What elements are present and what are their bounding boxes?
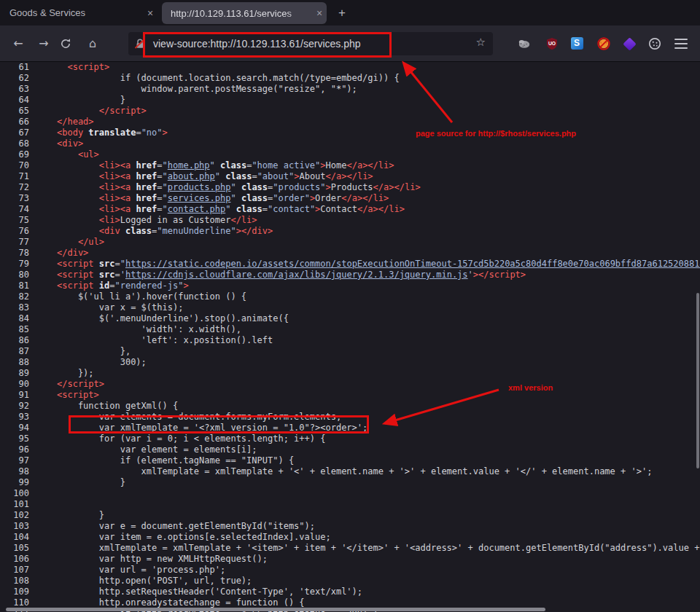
code-line: 86 'left': x.position().left: [0, 335, 700, 346]
tab-title: http://10.129.113.61/services: [171, 8, 312, 19]
forward-icon[interactable]: →: [36, 35, 52, 52]
code-line: 71 <li><a href="about.php" class="about"…: [0, 171, 700, 182]
line-number: 93: [0, 412, 29, 423]
line-number: 76: [0, 226, 29, 237]
source-code: 61 <script>62 if (document.location.sear…: [0, 62, 700, 612]
tab-title: Goods & Services: [9, 7, 143, 18]
line-number: 107: [0, 565, 29, 576]
line-number: 104: [0, 532, 29, 543]
menu-hamburger-icon[interactable]: [674, 39, 688, 49]
line-number: 95: [0, 434, 29, 444]
code-line: 80<script src='https://cdnjs.cloudflare.…: [0, 270, 700, 280]
back-icon[interactable]: ←: [10, 35, 26, 52]
horizontal-scrollbar-thumb[interactable]: [6, 608, 545, 611]
code-line: 100: [0, 488, 700, 499]
line-number: 106: [0, 554, 29, 565]
code-line: 74 <li><a href="contact.php" class="cont…: [0, 204, 700, 215]
line-number: 85: [0, 324, 29, 335]
cookie-extension-icon[interactable]: [648, 37, 661, 50]
source-link[interactable]: home.php: [168, 160, 210, 170]
code-line: 85 'width': x.width(),: [0, 324, 700, 335]
line-number: 89: [0, 368, 29, 379]
code-line: 103 var e = document.getElementById("ite…: [0, 521, 700, 532]
code-line: 87 },: [0, 346, 700, 357]
code-line: 91<script>: [0, 390, 700, 401]
line-number: 70: [0, 160, 29, 171]
vertical-scrollbar-thumb[interactable]: [696, 293, 699, 468]
home-icon[interactable]: ⌂: [85, 35, 101, 52]
code-line: 107 var url = 'process.php';: [0, 565, 700, 576]
line-number: 88: [0, 357, 29, 368]
line-number: 84: [0, 313, 29, 324]
code-line: 68<div>: [0, 138, 700, 149]
tab-close-icon[interactable]: ×: [312, 7, 327, 19]
line-number: 62: [0, 73, 29, 84]
code-line: 82 $('ul li a').hover(function () {: [0, 291, 700, 302]
line-number: 102: [0, 510, 29, 521]
url-text[interactable]: view-source:http://10.129.113.61/service…: [153, 38, 361, 50]
tab-services-php[interactable]: http://10.129.113.61/services ×: [162, 2, 327, 24]
line-number: 74: [0, 204, 29, 215]
code-line: 93 var elements = document.forms.myForm.…: [0, 412, 700, 423]
line-number: 94: [0, 423, 29, 434]
code-line: 109 http.setRequestHeader('Content-Type'…: [0, 586, 700, 597]
code-line: 90</script>: [0, 379, 700, 390]
line-number: 103: [0, 521, 29, 532]
source-link[interactable]: https://static.codepen.io/assets/common/…: [125, 259, 700, 269]
line-number: 80: [0, 270, 29, 280]
code-line: 101: [0, 499, 700, 510]
line-number: 67: [0, 128, 29, 138]
new-tab-button[interactable]: +: [332, 4, 351, 23]
reload-icon[interactable]: [58, 35, 74, 52]
code-line: 92 function getXml() {: [0, 401, 700, 412]
tab-close-icon[interactable]: ×: [143, 7, 158, 19]
line-number: 105: [0, 543, 29, 554]
line-number: 108: [0, 576, 29, 586]
ublock-origin-icon[interactable]: UO: [545, 37, 559, 50]
code-line: 108 http.open('POST', url, true);: [0, 576, 700, 586]
source-link[interactable]: products.php: [168, 182, 231, 192]
code-line: 105 xmlTemplate = xmlTemplate + '<item>'…: [0, 543, 700, 554]
code-line: 97 if (element.tagName == "INPUT") {: [0, 455, 700, 466]
code-line: 110 http.onreadystatechange = function (…: [0, 597, 700, 608]
source-link[interactable]: about.php: [168, 171, 215, 181]
code-line: 76 <div class="menuUnderline"></div>: [0, 226, 700, 237]
line-number: 77: [0, 237, 29, 248]
line-number: 64: [0, 95, 29, 106]
code-line: 106 var http = new XMLHttpRequest();: [0, 554, 700, 565]
code-line: 70 <li><a href="home.php" class="home ac…: [0, 160, 700, 171]
code-line: 102 }: [0, 510, 700, 521]
line-number: 90: [0, 379, 29, 390]
shodan-extension-icon[interactable]: S: [570, 37, 583, 50]
navigation-toolbar: ← → ⌂ view-source:http://10.129.113.61/s…: [0, 26, 700, 62]
source-link[interactable]: services.php: [168, 193, 231, 203]
bookmark-star-icon[interactable]: ☆: [476, 36, 486, 49]
code-line: 64 }: [0, 95, 700, 106]
source-link[interactable]: https://cdnjs.cloudflare.com/ajax/libs/j…: [125, 270, 468, 280]
line-number: 83: [0, 302, 29, 313]
line-number: 97: [0, 455, 29, 466]
code-line: 98 xmlTemplate = xmlTemplate + '<' + ele…: [0, 466, 700, 477]
code-line: 99 }: [0, 477, 700, 488]
wappalyzer-extension-icon[interactable]: [623, 37, 636, 50]
code-line: 78</div>: [0, 248, 700, 259]
line-number: 110: [0, 597, 29, 608]
disabled-fox-icon[interactable]: [597, 37, 610, 50]
code-line: 95 for (var i = 0; i < elements.length; …: [0, 434, 700, 444]
line-number: 61: [0, 62, 29, 73]
code-line: 69 <ul>: [0, 149, 700, 160]
code-line: 77 </ul>: [0, 237, 700, 248]
tab-goods-services[interactable]: Goods & Services ×: [0, 0, 158, 26]
line-number: 79: [0, 259, 29, 270]
gecko-extension-icon[interactable]: [518, 37, 531, 50]
line-number: 81: [0, 280, 29, 291]
line-number: 75: [0, 215, 29, 226]
code-line: 84 $('.menuUnderline').stop().animate({: [0, 313, 700, 324]
code-line: 72 <li><a href="products.php" class="pro…: [0, 182, 700, 193]
line-number: 72: [0, 182, 29, 193]
url-bar[interactable]: view-source:http://10.129.113.61/service…: [128, 32, 493, 55]
svg-text:UO: UO: [548, 41, 556, 46]
line-number: 78: [0, 248, 29, 259]
line-number: 86: [0, 335, 29, 346]
source-link[interactable]: contact.php: [168, 204, 225, 214]
